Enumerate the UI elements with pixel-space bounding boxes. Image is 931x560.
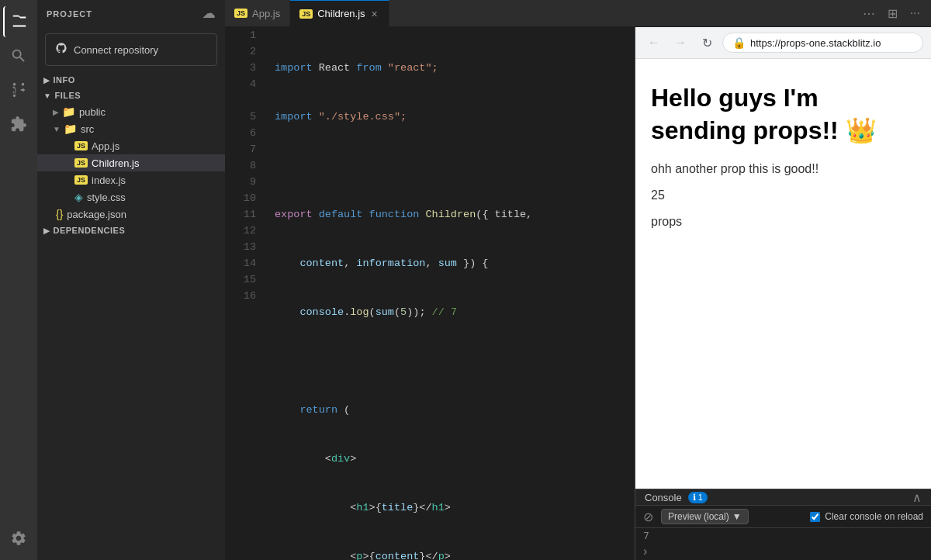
- preview-pane: ← → ↻ 🔒 https://props-one.stackblitz.io …: [635, 27, 931, 560]
- console-expand-button[interactable]: ∧: [912, 490, 922, 505]
- tab-bar: JS App.js JS Children.js × ⋯ ⊞ ···: [225, 0, 931, 27]
- childrenjs-file-item[interactable]: JS Children.js: [37, 154, 225, 171]
- stylecss-file-item[interactable]: ◈ style.css: [37, 188, 225, 206]
- code-line-6: [275, 353, 622, 369]
- line-num-3: 3: [231, 60, 256, 76]
- code-line-9: <h1>{title}</h1>: [275, 500, 622, 516]
- more-actions-icon[interactable]: ···: [907, 5, 923, 22]
- line-num-4: 4: [231, 76, 256, 92]
- deps-chevron-icon: ▶: [43, 226, 50, 235]
- address-bar[interactable]: 🔒 https://props-one.stackblitz.io: [722, 33, 923, 53]
- activity-bar: [0, 0, 37, 560]
- indexjs-icon: JS: [74, 175, 88, 185]
- editor-area: JS App.js JS Children.js × ⋯ ⊞ ··· 1 2 3: [225, 0, 931, 560]
- project-label: PROJECT: [47, 9, 92, 19]
- connect-repo-button[interactable]: Connect repository: [45, 33, 217, 66]
- code-line-7: return (: [275, 402, 622, 418]
- split-editor-icon[interactable]: ⋯: [860, 5, 878, 22]
- url-text: https://props-one.stackblitz.io: [750, 37, 881, 49]
- indexjs-file-item[interactable]: JS index.js: [37, 171, 225, 188]
- packagejson-icon: {}: [56, 208, 63, 220]
- cloud-icon: ☁: [202, 6, 216, 21]
- line-num-12: 12: [231, 223, 256, 239]
- console-dropdown-chevron-icon: ▼: [732, 511, 742, 522]
- tab-appjs-icon: JS: [234, 9, 247, 18]
- files-chevron-icon: ▼: [43, 92, 51, 100]
- preview-para2: 25: [651, 188, 915, 202]
- info-label: INFO: [54, 75, 75, 85]
- preview-content: Hello guys I'm sending props!! 👑 ohh ano…: [635, 59, 931, 489]
- preview-para3: props: [651, 215, 915, 229]
- layout-icon[interactable]: ⊞: [884, 5, 901, 22]
- line-num-10: 10: [231, 190, 256, 206]
- files-section-header[interactable]: ▼ FILES: [37, 88, 225, 103]
- sidebar: PROJECT ☁ Connect repository ▶ INFO ▼ FI…: [37, 0, 225, 560]
- code-line-3: [275, 157, 622, 174]
- src-folder-label: src: [81, 123, 94, 135]
- packagejson-label: package.json: [67, 209, 126, 220]
- code-editor: 1 2 3 4 5 6 7 8 9 10 11 12 13 14 15 16: [225, 27, 635, 560]
- stylecss-label: style.css: [87, 192, 126, 203]
- browser-back-button[interactable]: ←: [643, 32, 665, 54]
- console-line-number: 7: [643, 530, 649, 541]
- github-icon: [55, 42, 67, 57]
- console-badge-num: 1: [698, 493, 703, 502]
- tab-childrenjs-close[interactable]: ×: [370, 6, 379, 22]
- search-activity-icon[interactable]: [3, 40, 34, 71]
- settings-activity-icon[interactable]: [3, 523, 34, 554]
- editor-content[interactable]: 1 2 3 4 5 6 7 8 9 10 11 12 13 14 15 16: [225, 27, 635, 560]
- info-section-header[interactable]: ▶ INFO: [37, 72, 225, 88]
- console-chevron-row: ›: [635, 543, 931, 560]
- tab-actions: ⋯ ⊞ ···: [852, 5, 931, 22]
- source-control-activity-icon[interactable]: [3, 74, 34, 105]
- info-chevron-icon: ▶: [43, 76, 50, 85]
- dependencies-section-header[interactable]: ▶ DEPENDENCIES: [37, 223, 225, 238]
- console-badge: ℹ 1: [688, 492, 708, 503]
- appjs-icon: JS: [74, 141, 88, 150]
- browser-forward-button[interactable]: →: [670, 32, 691, 54]
- line-num-8: 8: [231, 157, 256, 174]
- childrenjs-icon: JS: [74, 158, 88, 168]
- tab-appjs[interactable]: JS App.js: [225, 0, 290, 26]
- line-num-5: 5: [231, 109, 256, 125]
- editor-preview-container: 1 2 3 4 5 6 7 8 9 10 11 12 13 14 15 16: [225, 27, 931, 560]
- line-num-2: 2: [231, 43, 256, 60]
- appjs-file-item[interactable]: JS App.js: [37, 137, 225, 154]
- line-num-7: 7: [231, 141, 256, 157]
- tab-childrenjs-label: Children.js: [317, 8, 365, 19]
- childrenjs-label: Children.js: [92, 157, 139, 169]
- line-num-9: 9: [231, 174, 256, 190]
- tab-appjs-label: App.js: [252, 8, 280, 19]
- public-folder-item[interactable]: ▶ 📁 public: [37, 103, 225, 120]
- console-info-icon: ℹ: [693, 493, 696, 503]
- line-num-4b: [231, 92, 256, 109]
- code-line-8: <div>: [275, 451, 622, 467]
- browser-bar: ← → ↻ 🔒 https://props-one.stackblitz.io: [635, 27, 931, 59]
- files-label: FILES: [54, 91, 81, 100]
- tab-childrenjs[interactable]: JS Children.js ×: [290, 0, 389, 26]
- code-line-2: import "./style.css";: [275, 109, 622, 125]
- line-num-6: 6: [231, 125, 256, 141]
- src-folder-item[interactable]: ▼ 📁 src: [37, 120, 225, 137]
- console-header: Console ℹ 1 ∧: [635, 489, 931, 506]
- tab-childrenjs-icon: JS: [299, 9, 313, 19]
- tabs: JS App.js JS Children.js ×: [225, 0, 389, 26]
- connect-repo-label: Connect repository: [74, 44, 158, 56]
- console-body: 7: [635, 528, 931, 543]
- console-clear-checkbox[interactable]: [810, 512, 820, 522]
- code-line-10: <p>{content}</p>: [275, 548, 622, 560]
- console-clear-label-text: Clear console on reload: [825, 511, 923, 522]
- console-clear-checkbox-label[interactable]: Clear console on reload: [810, 511, 923, 522]
- files-activity-icon[interactable]: [3, 6, 34, 37]
- indexjs-label: index.js: [92, 175, 126, 186]
- packagejson-file-item[interactable]: {} package.json: [37, 206, 225, 223]
- console-no-entry-icon[interactable]: ⊘: [643, 510, 653, 524]
- browser-refresh-button[interactable]: ↻: [696, 32, 718, 54]
- code-content[interactable]: import React from "react"; import "./sty…: [262, 27, 635, 560]
- console-preview-dropdown[interactable]: Preview (local) ▼: [661, 509, 749, 524]
- extensions-activity-icon[interactable]: [3, 109, 34, 140]
- src-chevron-icon: ▼: [53, 125, 61, 133]
- folder-chevron-icon: ▶: [53, 108, 59, 116]
- public-folder-label: public: [79, 106, 106, 118]
- console-expand-chevron-icon[interactable]: ›: [643, 544, 647, 558]
